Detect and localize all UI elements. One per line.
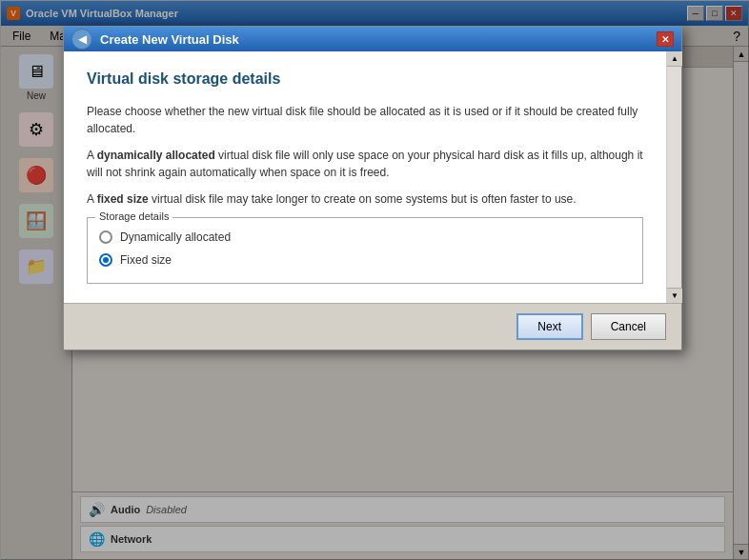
radio-fixed-label: Fixed size [120, 253, 172, 267]
radio-fixed-circle[interactable] [99, 253, 112, 267]
dialog-scroll-down[interactable]: ▼ [667, 288, 682, 303]
dialog-footer: Next Cancel [64, 303, 681, 350]
storage-details-group: Storage details Dynamically allocated [87, 217, 643, 284]
radio-dynamic[interactable]: Dynamically allocated [99, 226, 631, 249]
dialog-overlay: ◀ Create New Virtual Disk ✕ Virtual disk… [1, 1, 749, 560]
para3-prefix: A [87, 192, 97, 206]
radio-dynamic-label: Dynamically allocated [120, 230, 231, 244]
dialog-close-button[interactable]: ✕ [657, 31, 674, 47]
dialog-para1: Please choose whether the new virtual di… [87, 103, 643, 137]
para3-suffix: virtual disk file may take longer to cre… [149, 192, 577, 206]
para3-bold: fixed size [97, 192, 149, 206]
para1-text: Please choose whether the new virtual di… [87, 105, 638, 135]
dialog-title-bar: ◀ Create New Virtual Disk ✕ [64, 27, 681, 51]
dialog-scrollbar[interactable]: ▲ ▼ [666, 51, 681, 303]
dialog-scroll-up[interactable]: ▲ [667, 51, 682, 67]
dialog-body: Virtual disk storage details Please choo… [64, 51, 681, 303]
dialog-title: Create New Virtual Disk [100, 32, 239, 47]
dialog-content-area: Virtual disk storage details Please choo… [64, 51, 666, 303]
para2-prefix: A [87, 149, 97, 162]
next-button[interactable]: Next [516, 313, 583, 340]
radio-fixed[interactable]: Fixed size [99, 249, 631, 271]
back-button[interactable]: ◀ [71, 29, 92, 50]
dialog-para3: A fixed size virtual disk file may take … [87, 190, 643, 208]
group-box-label: Storage details [95, 210, 172, 222]
dialog-heading: Virtual disk storage details [87, 70, 643, 88]
dialog-para2: A dynamically allocated virtual disk fil… [87, 147, 643, 181]
create-virtual-disk-dialog: ◀ Create New Virtual Disk ✕ Virtual disk… [63, 26, 682, 350]
cancel-button[interactable]: Cancel [591, 313, 666, 340]
radio-dynamic-circle[interactable] [99, 230, 112, 244]
para2-bold: dynamically allocated [97, 149, 215, 162]
radio-fixed-dot [103, 257, 109, 263]
